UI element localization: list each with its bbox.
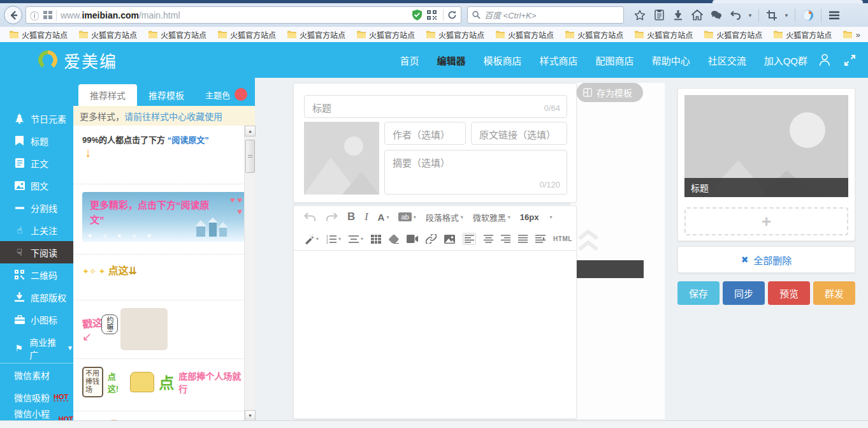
style-tab[interactable]: 推荐模板 [137, 84, 196, 106]
home-icon[interactable] [689, 7, 705, 24]
style-tab[interactable]: 推荐样式 [78, 84, 137, 106]
scrollbar-thumb[interactable] [245, 140, 255, 173]
screenshot-crop-icon[interactable] [763, 7, 780, 24]
sidebar-link[interactable]: 微信素材 [0, 364, 73, 386]
article-card[interactable]: 标题 + [677, 88, 855, 241]
video-icon[interactable] [407, 235, 418, 243]
delete-all-button[interactable]: ✖ 全部删除 [677, 246, 855, 273]
style-item-support[interactable]: 不用捧钱场 点这! 点 底部捧个人场就行 [73, 359, 255, 411]
theme-color-swatch[interactable] [235, 88, 247, 101]
nav-item[interactable]: 帮助中心 [652, 54, 690, 67]
search-input[interactable]: 百度 <Ctrl+K> [467, 6, 624, 24]
scroll-down-button[interactable]: ▼ [245, 410, 256, 421]
site-identity-icon[interactable] [43, 11, 52, 19]
add-article-button[interactable]: + [684, 207, 848, 235]
nav-item[interactable]: 社区交流 [708, 54, 746, 67]
style-list-scrollbar[interactable]: ▲ ▼ [244, 126, 255, 421]
bookmark-folder[interactable]: 火狐官方站点 [629, 27, 698, 41]
bookmark-folder[interactable]: 火狐官方站点 [4, 27, 73, 41]
eraser-icon[interactable] [389, 235, 399, 244]
bookmark-folder[interactable]: 火狐官方站点 [837, 27, 852, 41]
sidebar-item[interactable]: 图文 [0, 174, 73, 196]
qr-extension-icon[interactable] [427, 10, 437, 20]
action-button[interactable]: 预览 [768, 281, 810, 305]
user-account-icon[interactable] [819, 54, 830, 66]
ordered-list-icon[interactable]: 123 ▾ [326, 235, 341, 244]
redo-icon[interactable] [326, 212, 338, 221]
style-item-winter-banner[interactable]: 更多精彩，点击下方“阅读原文” ♥ ♥ ♥ ✦ ✧ ✦ ✧ ✦ [73, 184, 255, 255]
align-justify-button[interactable] [518, 235, 528, 243]
extension-ball-icon[interactable] [800, 7, 816, 24]
style-item-poke-here[interactable]: 戳这里 ↙ 约嘛! [73, 300, 255, 359]
bookmarks-overflow-chevron[interactable]: » [852, 30, 864, 40]
italic-button[interactable]: I [365, 211, 368, 223]
menu-hamburger-icon[interactable] [826, 7, 843, 24]
action-button[interactable]: 保存 [677, 281, 720, 305]
style-item-read-original[interactable]: 99%的人都点击了下方 “阅读原文” ↓ [73, 126, 255, 184]
insert-image-icon[interactable] [444, 235, 455, 244]
style-item-gold-sparkle[interactable]: ✦✧ ✦ 点这⇊ [73, 255, 255, 300]
sidebar-item[interactable]: ⚑ 商业推广 ▼ [0, 337, 73, 359]
nav-item[interactable]: 编辑器 [437, 54, 466, 67]
crop-dropdown-caret[interactable]: ▾ [783, 12, 790, 18]
nav-item[interactable]: 首页 [400, 54, 419, 67]
bookmark-star-icon[interactable] [632, 7, 648, 24]
back-button[interactable] [4, 6, 22, 24]
bookmark-folder[interactable]: 火狐官方站点 [212, 27, 282, 41]
bookmark-folder[interactable]: 火狐官方站点 [143, 27, 212, 41]
theme-color-control[interactable]: 主题色 [205, 88, 247, 101]
bookmark-folder[interactable]: 火狐官方站点 [560, 27, 629, 41]
table-icon[interactable] [371, 235, 381, 244]
horizontal-scrollbar[interactable] [0, 420, 868, 428]
bookmark-folder[interactable]: 火狐官方站点 [421, 27, 490, 41]
bookmark-folder[interactable]: 火狐官方站点 [351, 27, 421, 41]
paragraph-format-dropdown[interactable]: 段落格式▾ [426, 211, 463, 223]
line-spacing-icon[interactable]: ▾ [349, 235, 363, 244]
bookmark-folder[interactable]: 火狐官方站点 [698, 27, 768, 41]
collapse-chevrons-icon[interactable] [577, 228, 600, 254]
sidebar-item[interactable]: 底部版权 [0, 286, 73, 308]
html-source-button[interactable]: HTML [553, 235, 572, 242]
bookmarks-panel-icon[interactable] [651, 7, 667, 24]
notice-link[interactable]: 请前往样式中心收藏使用 [124, 110, 222, 122]
title-input[interactable]: 标题 0/64 [304, 95, 567, 118]
highlight-color-button[interactable]: ab▾ [398, 212, 416, 221]
action-button[interactable]: 群发 [813, 281, 855, 305]
align-center-button[interactable] [484, 235, 493, 243]
link-icon[interactable] [426, 234, 437, 244]
sidebar-item[interactable]: 正文 [0, 152, 73, 174]
undo-icon[interactable] [727, 7, 744, 24]
bookmark-folder[interactable]: 火狐官方站点 [282, 27, 351, 41]
format-brush-icon[interactable]: ▾ [304, 234, 319, 244]
sidebar-item[interactable]: 节日元素 [0, 107, 73, 129]
bold-button[interactable]: B [347, 210, 355, 223]
font-color-button[interactable]: A▾ [378, 212, 389, 223]
bookmark-folder[interactable]: 火狐官方站点 [768, 27, 837, 41]
sidebar-item[interactable]: 标题 [0, 129, 73, 152]
author-input[interactable]: 作者（选填） [384, 122, 466, 145]
block-tool-button[interactable]: 存为模板 [577, 83, 641, 102]
sidebar-link[interactable]: 微信吸粉 HOT [0, 386, 73, 408]
style-item-hi[interactable]: hi～ 点就赞 [73, 411, 255, 421]
url-bar[interactable]: ⓘ www.imeibian.com/main.html [25, 6, 461, 24]
info-icon[interactable]: ⓘ [30, 9, 39, 22]
bookmark-folder[interactable]: 火狐官方站点 [73, 27, 143, 41]
editor-canvas[interactable] [294, 251, 576, 418]
downloads-icon[interactable] [670, 7, 686, 24]
summary-textarea[interactable]: 摘要（选填） 0/120 [384, 150, 567, 195]
fullscreen-icon[interactable] [844, 55, 855, 66]
font-family-dropdown[interactable]: 微软雅黑▾ [473, 211, 510, 223]
nav-item[interactable]: 加入QQ群 [764, 54, 807, 67]
nav-item[interactable]: 样式商店 [540, 54, 578, 67]
shield-icon[interactable] [412, 10, 422, 20]
align-right-button[interactable] [501, 235, 510, 243]
align-left-button[interactable] [463, 233, 476, 245]
reload-icon[interactable] [447, 10, 457, 20]
sidebar-link[interactable]: 微信小程序 HOT [0, 408, 73, 420]
bookmark-folder[interactable]: 火狐官方站点 [490, 27, 560, 41]
font-size-dropdown[interactable]: 16px▾ [520, 212, 553, 222]
sidebar-item[interactable]: ☟ 下阅读 [0, 241, 73, 263]
chat-icon[interactable] [708, 7, 725, 24]
undo-icon[interactable] [304, 212, 316, 221]
article-cover-placeholder[interactable]: 标题 [684, 95, 848, 197]
